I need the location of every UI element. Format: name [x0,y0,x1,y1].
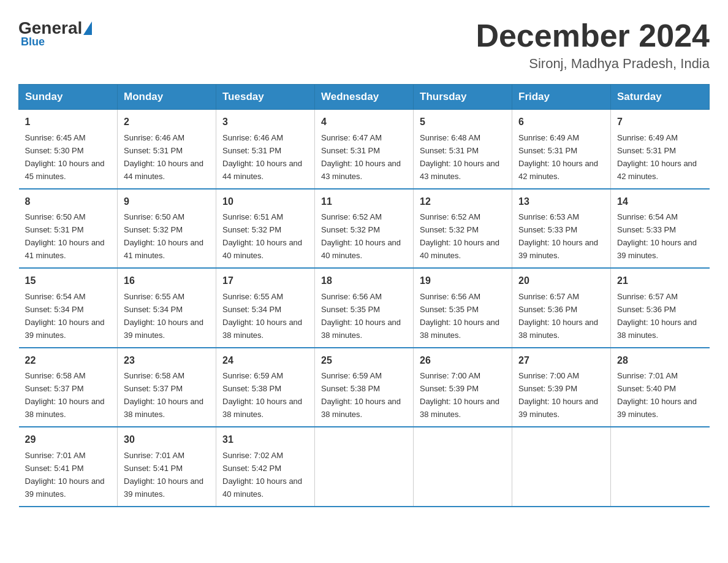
col-friday: Friday [512,85,611,110]
day-number: 22 [25,353,112,369]
day-number: 30 [124,432,210,448]
day-number: 21 [617,274,703,289]
day-number: 15 [25,274,112,289]
calendar-cell: 13 Sunrise: 6:53 AMSunset: 5:33 PMDaylig… [512,189,611,268]
calendar-week-5: 29 Sunrise: 7:01 AMSunset: 5:41 PMDaylig… [19,427,710,506]
day-info: Sunrise: 6:46 AMSunset: 5:31 PMDaylight:… [124,133,203,181]
day-number: 5 [420,115,506,130]
calendar-cell [512,427,611,506]
day-info: Sunrise: 6:52 AMSunset: 5:32 PMDaylight:… [420,212,499,260]
day-info: Sunrise: 7:00 AMSunset: 5:39 PMDaylight:… [420,371,499,419]
calendar-cell: 24 Sunrise: 6:59 AMSunset: 5:38 PMDaylig… [216,348,315,427]
day-info: Sunrise: 6:56 AMSunset: 5:35 PMDaylight:… [420,292,499,340]
day-number: 11 [321,194,407,210]
day-info: Sunrise: 7:01 AMSunset: 5:41 PMDaylight:… [25,451,105,499]
day-number: 1 [25,115,112,130]
calendar-cell: 10 Sunrise: 6:51 AMSunset: 5:32 PMDaylig… [216,189,315,268]
title-section: December 2024 Sironj, Madhya Pradesh, In… [476,18,710,72]
day-info: Sunrise: 6:45 AMSunset: 5:30 PMDaylight:… [25,133,105,181]
calendar-cell: 6 Sunrise: 6:49 AMSunset: 5:31 PMDayligh… [512,110,611,189]
day-info: Sunrise: 6:59 AMSunset: 5:38 PMDaylight:… [321,371,401,419]
day-info: Sunrise: 6:53 AMSunset: 5:33 PMDaylight:… [518,212,598,260]
day-number: 31 [222,432,308,448]
calendar-cell: 11 Sunrise: 6:52 AMSunset: 5:32 PMDaylig… [315,189,414,268]
calendar-cell: 25 Sunrise: 6:59 AMSunset: 5:38 PMDaylig… [315,348,414,427]
calendar-cell: 3 Sunrise: 6:46 AMSunset: 5:31 PMDayligh… [216,110,315,189]
calendar-cell: 19 Sunrise: 6:56 AMSunset: 5:35 PMDaylig… [414,268,512,347]
day-number: 24 [222,353,308,369]
day-info: Sunrise: 7:01 AMSunset: 5:40 PMDaylight:… [617,371,697,419]
day-number: 17 [222,274,308,289]
day-number: 6 [518,115,604,130]
calendar-cell: 23 Sunrise: 6:58 AMSunset: 5:37 PMDaylig… [118,348,216,427]
day-info: Sunrise: 6:48 AMSunset: 5:31 PMDaylight:… [420,133,499,181]
day-number: 19 [420,274,506,289]
calendar-cell: 4 Sunrise: 6:47 AMSunset: 5:31 PMDayligh… [315,110,414,189]
calendar-cell: 30 Sunrise: 7:01 AMSunset: 5:41 PMDaylig… [118,427,216,506]
col-tuesday: Tuesday [216,85,315,110]
col-thursday: Thursday [414,85,512,110]
calendar-cell: 28 Sunrise: 7:01 AMSunset: 5:40 PMDaylig… [611,348,710,427]
day-info: Sunrise: 6:46 AMSunset: 5:31 PMDaylight:… [222,133,302,181]
calendar-title: December 2024 [476,18,710,53]
day-info: Sunrise: 7:02 AMSunset: 5:42 PMDaylight:… [222,451,302,499]
day-number: 3 [222,115,308,130]
day-number: 7 [617,115,703,130]
day-number: 8 [25,194,112,210]
calendar-cell: 20 Sunrise: 6:57 AMSunset: 5:36 PMDaylig… [512,268,611,347]
day-info: Sunrise: 6:58 AMSunset: 5:37 PMDaylight:… [25,371,105,419]
calendar-subtitle: Sironj, Madhya Pradesh, India [476,56,710,72]
calendar-cell: 17 Sunrise: 6:55 AMSunset: 5:34 PMDaylig… [216,268,315,347]
calendar-cell: 15 Sunrise: 6:54 AMSunset: 5:34 PMDaylig… [19,268,118,347]
day-info: Sunrise: 6:57 AMSunset: 5:36 PMDaylight:… [518,292,598,340]
day-number: 29 [25,432,112,448]
day-info: Sunrise: 6:49 AMSunset: 5:31 PMDaylight:… [617,133,697,181]
day-info: Sunrise: 6:49 AMSunset: 5:31 PMDaylight:… [518,133,598,181]
calendar-cell: 22 Sunrise: 6:58 AMSunset: 5:37 PMDaylig… [19,348,118,427]
calendar-cell: 7 Sunrise: 6:49 AMSunset: 5:31 PMDayligh… [611,110,710,189]
day-number: 16 [124,274,210,289]
calendar-cell: 8 Sunrise: 6:50 AMSunset: 5:31 PMDayligh… [19,189,118,268]
day-number: 4 [321,115,407,130]
day-info: Sunrise: 6:47 AMSunset: 5:31 PMDaylight:… [321,133,401,181]
day-number: 12 [420,194,506,210]
day-number: 26 [420,353,506,369]
calendar-week-3: 15 Sunrise: 6:54 AMSunset: 5:34 PMDaylig… [19,268,710,347]
calendar-cell: 21 Sunrise: 6:57 AMSunset: 5:36 PMDaylig… [611,268,710,347]
day-number: 2 [124,115,210,130]
header-row: Sunday Monday Tuesday Wednesday Thursday… [19,85,710,110]
calendar-cell [315,427,414,506]
calendar-table: Sunday Monday Tuesday Wednesday Thursday… [18,84,710,507]
day-info: Sunrise: 6:55 AMSunset: 5:34 PMDaylight:… [124,292,203,340]
day-number: 18 [321,274,407,289]
day-number: 10 [222,194,308,210]
day-number: 13 [518,194,604,210]
calendar-cell: 27 Sunrise: 7:00 AMSunset: 5:39 PMDaylig… [512,348,611,427]
day-info: Sunrise: 6:56 AMSunset: 5:35 PMDaylight:… [321,292,401,340]
day-number: 28 [617,353,703,369]
col-sunday: Sunday [19,85,118,110]
calendar-cell: 14 Sunrise: 6:54 AMSunset: 5:33 PMDaylig… [611,189,710,268]
day-info: Sunrise: 6:59 AMSunset: 5:38 PMDaylight:… [222,371,302,419]
col-wednesday: Wednesday [315,85,414,110]
day-info: Sunrise: 6:57 AMSunset: 5:36 PMDaylight:… [617,292,697,340]
day-info: Sunrise: 6:51 AMSunset: 5:32 PMDaylight:… [222,212,302,260]
calendar-cell: 18 Sunrise: 6:56 AMSunset: 5:35 PMDaylig… [315,268,414,347]
calendar-week-1: 1 Sunrise: 6:45 AMSunset: 5:30 PMDayligh… [19,110,710,189]
calendar-cell: 1 Sunrise: 6:45 AMSunset: 5:30 PMDayligh… [19,110,118,189]
calendar-cell: 26 Sunrise: 7:00 AMSunset: 5:39 PMDaylig… [414,348,512,427]
day-number: 25 [321,353,407,369]
logo: General Blue [18,18,93,48]
day-info: Sunrise: 6:54 AMSunset: 5:34 PMDaylight:… [25,292,105,340]
day-info: Sunrise: 6:50 AMSunset: 5:31 PMDaylight:… [25,212,105,260]
day-info: Sunrise: 6:58 AMSunset: 5:37 PMDaylight:… [124,371,203,419]
page-header: General Blue December 2024 Sironj, Madhy… [18,18,710,72]
col-saturday: Saturday [611,85,710,110]
calendar-cell [611,427,710,506]
col-monday: Monday [118,85,216,110]
logo-triangle-icon [83,21,92,35]
calendar-cell [414,427,512,506]
day-number: 23 [124,353,210,369]
calendar-cell: 2 Sunrise: 6:46 AMSunset: 5:31 PMDayligh… [118,110,216,189]
calendar-cell: 16 Sunrise: 6:55 AMSunset: 5:34 PMDaylig… [118,268,216,347]
